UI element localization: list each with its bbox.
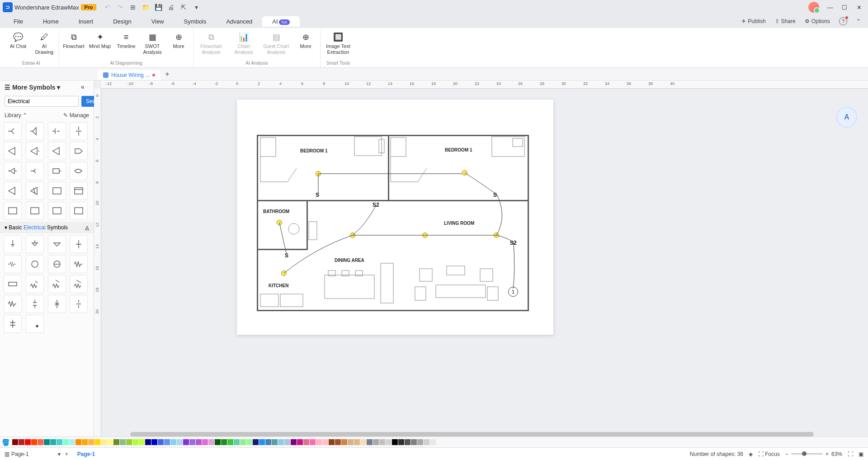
page-selector[interactable]: ▥ Page-1 ▾ [5, 451, 61, 457]
symbol-item[interactable] [48, 255, 66, 273]
undo-icon[interactable]: ↶ [103, 2, 113, 12]
color-swatch[interactable] [379, 439, 385, 445]
color-swatch[interactable] [240, 439, 246, 445]
color-swatch[interactable] [297, 439, 303, 445]
symbol-item[interactable] [26, 202, 44, 220]
add-page-button[interactable]: + [65, 451, 68, 457]
color-swatch[interactable] [101, 439, 107, 445]
color-swatch[interactable] [94, 439, 100, 445]
color-swatch[interactable] [411, 439, 417, 445]
color-swatch[interactable] [417, 439, 423, 445]
symbol-item[interactable] [70, 255, 88, 273]
symbol-item[interactable] [26, 122, 44, 140]
floorplan-diagram[interactable]: BEDROOM 1 BEDROOM 1 BATHROOM LIVING ROOM… [257, 135, 529, 311]
mindmap-button[interactable]: ✦Mind Map [87, 31, 113, 51]
symbol-item[interactable] [48, 182, 66, 200]
new-tab-button[interactable]: + [160, 68, 174, 80]
symbol-item[interactable] [26, 162, 44, 180]
color-swatch[interactable] [354, 439, 360, 445]
flowchart-analysis-button[interactable]: ⧉Flowchart Analysis [195, 31, 227, 57]
color-swatch[interactable] [126, 439, 132, 445]
color-swatch[interactable] [145, 439, 151, 445]
timeline-button[interactable]: ≡Timeline [113, 31, 139, 51]
document-tab[interactable]: House Wiring ... [98, 70, 160, 80]
symbol-item[interactable] [26, 315, 44, 333]
panel-collapse-button[interactable]: « [81, 83, 89, 91]
color-swatch[interactable] [259, 439, 265, 445]
more-diagram-button[interactable]: ⊕More [166, 31, 191, 51]
symbol-item[interactable] [48, 122, 66, 140]
color-swatch[interactable] [38, 439, 43, 445]
options-button[interactable]: ⚙Options [801, 17, 834, 25]
user-avatar[interactable] [808, 2, 819, 13]
fill-bucket-icon[interactable]: 🪣 [2, 439, 10, 446]
color-swatch[interactable] [367, 439, 373, 445]
symbol-item[interactable] [26, 275, 44, 293]
symbol-item[interactable] [26, 255, 44, 273]
color-swatch[interactable] [335, 439, 341, 445]
flowchart-button[interactable]: ⧉Flowchart [61, 31, 86, 51]
symbol-item[interactable] [4, 182, 22, 200]
more-qat-icon[interactable]: ▾ [191, 2, 201, 12]
color-swatch[interactable] [202, 439, 208, 445]
close-button[interactable]: ✕ [853, 2, 865, 12]
color-swatch[interactable] [170, 439, 176, 445]
color-swatch[interactable] [208, 439, 214, 445]
color-swatch[interactable] [113, 439, 119, 445]
symbol-item[interactable] [70, 235, 88, 253]
symbol-item[interactable] [4, 235, 22, 253]
color-swatch[interactable] [12, 439, 18, 445]
symbol-item[interactable] [70, 202, 88, 220]
symbol-item[interactable] [4, 122, 22, 140]
symbol-item[interactable] [70, 122, 88, 140]
canvas-area[interactable]: -12-10-8-6-4-202468101214161820222426283… [94, 81, 868, 436]
minimize-button[interactable]: — [824, 2, 836, 12]
color-swatch[interactable] [63, 439, 69, 445]
zoom-in-button[interactable]: + [826, 451, 829, 457]
color-swatch[interactable] [272, 439, 278, 445]
symbol-item[interactable] [26, 142, 44, 160]
color-swatch[interactable] [31, 439, 37, 445]
color-swatch[interactable] [246, 439, 252, 445]
collapse-ribbon-button[interactable]: ⌃ [853, 17, 864, 25]
symbol-item[interactable] [4, 315, 22, 333]
color-swatch[interactable] [234, 439, 240, 445]
light-fixture[interactable] [316, 171, 321, 176]
image-text-extraction-button[interactable]: 🔲Image Text Extraction [322, 31, 354, 57]
symbol-search-input[interactable] [5, 96, 79, 107]
color-swatch[interactable] [183, 439, 189, 445]
menu-design[interactable]: Design [103, 16, 141, 27]
color-swatch[interactable] [19, 439, 24, 445]
color-swatch[interactable] [151, 439, 157, 445]
symbol-item[interactable] [70, 142, 88, 160]
color-swatch[interactable] [88, 439, 94, 445]
symbol-item[interactable] [70, 295, 88, 313]
symbol-item[interactable] [26, 295, 44, 313]
zoom-out-button[interactable]: − [785, 451, 788, 457]
color-swatch[interactable] [196, 439, 202, 445]
color-swatch[interactable] [341, 439, 347, 445]
color-swatch[interactable] [310, 439, 316, 445]
share-button[interactable]: ⇪Share [771, 17, 799, 25]
zoom-slider[interactable] [791, 453, 823, 455]
light-fixture[interactable] [350, 232, 355, 238]
symbol-item[interactable] [48, 142, 66, 160]
maximize-button[interactable]: ☐ [838, 2, 851, 12]
color-swatch[interactable] [322, 439, 328, 445]
light-fixture[interactable] [422, 232, 428, 238]
menu-home[interactable]: Home [33, 16, 69, 27]
color-swatch[interactable] [189, 439, 195, 445]
color-swatch[interactable] [424, 439, 429, 445]
symbol-item[interactable] [4, 142, 22, 160]
symbol-item[interactable] [26, 235, 44, 253]
menu-advanced[interactable]: Advanced [216, 16, 262, 27]
ai-chat-button[interactable]: 💬AI Chat [5, 31, 31, 51]
color-swatch[interactable] [107, 439, 113, 445]
color-swatch[interactable] [360, 439, 366, 445]
light-fixture[interactable] [281, 270, 287, 276]
color-swatch[interactable] [265, 439, 271, 445]
color-swatch[interactable] [348, 439, 354, 445]
symbol-item[interactable] [70, 275, 88, 293]
color-swatch[interactable] [139, 439, 145, 445]
color-swatch[interactable] [405, 439, 410, 445]
